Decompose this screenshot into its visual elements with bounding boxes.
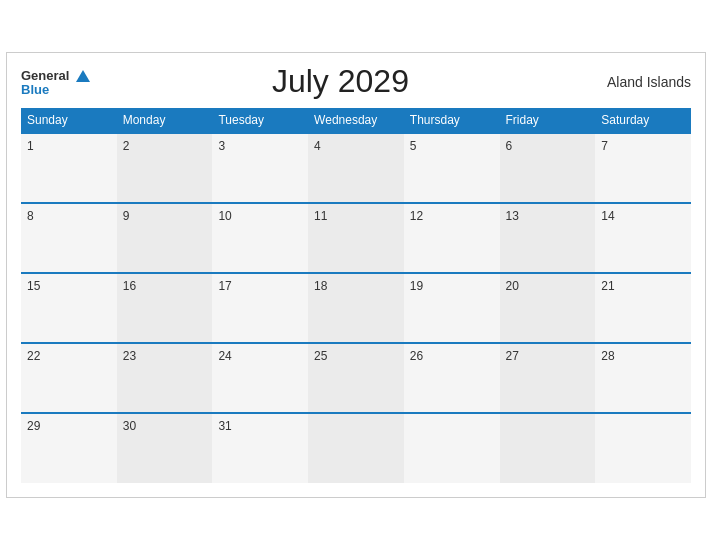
calendar-day[interactable]: 18 [308,273,404,343]
calendar-day[interactable] [500,413,596,483]
day-number: 10 [218,209,231,223]
day-number: 21 [601,279,614,293]
logo-general-text: General [21,68,69,83]
calendar-grid: SundayMondayTuesdayWednesdayThursdayFrid… [21,108,691,483]
day-number: 19 [410,279,423,293]
calendar-day[interactable]: 25 [308,343,404,413]
day-number: 4 [314,139,321,153]
day-number: 29 [27,419,40,433]
calendar-day[interactable]: 11 [308,203,404,273]
calendar-day[interactable] [595,413,691,483]
day-number: 17 [218,279,231,293]
day-number: 28 [601,349,614,363]
calendar-week-1: 1234567 [21,133,691,203]
calendar-day[interactable]: 19 [404,273,500,343]
calendar-header: General Blue July 2029 Aland Islands [21,63,691,100]
weekday-header-wednesday: Wednesday [308,108,404,133]
logo-blue-text: Blue [21,83,90,96]
weekday-header-sunday: Sunday [21,108,117,133]
calendar-day[interactable]: 12 [404,203,500,273]
calendar-day[interactable]: 10 [212,203,308,273]
weekday-header-thursday: Thursday [404,108,500,133]
day-number: 27 [506,349,519,363]
calendar-body: 1234567891011121314151617181920212223242… [21,133,691,483]
day-number: 8 [27,209,34,223]
calendar-day[interactable]: 21 [595,273,691,343]
day-number: 6 [506,139,513,153]
day-number: 15 [27,279,40,293]
calendar-day[interactable]: 8 [21,203,117,273]
calendar-day[interactable]: 23 [117,343,213,413]
day-number: 7 [601,139,608,153]
calendar-week-5: 293031 [21,413,691,483]
day-number: 18 [314,279,327,293]
calendar-day[interactable]: 13 [500,203,596,273]
calendar-day[interactable]: 29 [21,413,117,483]
day-number: 2 [123,139,130,153]
day-number: 25 [314,349,327,363]
calendar-day[interactable]: 30 [117,413,213,483]
day-number: 3 [218,139,225,153]
calendar-day[interactable] [404,413,500,483]
calendar-day[interactable]: 1 [21,133,117,203]
calendar-title: July 2029 [90,63,591,100]
region-label: Aland Islands [591,74,691,90]
day-number: 16 [123,279,136,293]
day-number: 13 [506,209,519,223]
calendar-day[interactable]: 14 [595,203,691,273]
calendar-day[interactable]: 24 [212,343,308,413]
day-number: 1 [27,139,34,153]
day-number: 26 [410,349,423,363]
day-number: 9 [123,209,130,223]
calendar-weekday-header: SundayMondayTuesdayWednesdayThursdayFrid… [21,108,691,133]
day-number: 23 [123,349,136,363]
calendar-week-4: 22232425262728 [21,343,691,413]
day-number: 31 [218,419,231,433]
day-number: 30 [123,419,136,433]
calendar-day[interactable]: 9 [117,203,213,273]
calendar-week-2: 891011121314 [21,203,691,273]
calendar-day[interactable]: 16 [117,273,213,343]
calendar-day[interactable]: 26 [404,343,500,413]
calendar-day[interactable]: 27 [500,343,596,413]
weekday-header-tuesday: Tuesday [212,108,308,133]
calendar-day[interactable]: 4 [308,133,404,203]
weekday-header-friday: Friday [500,108,596,133]
calendar: General Blue July 2029 Aland Islands Sun… [6,52,706,498]
day-number: 22 [27,349,40,363]
day-number: 11 [314,209,327,223]
calendar-day[interactable]: 17 [212,273,308,343]
calendar-day[interactable]: 3 [212,133,308,203]
calendar-day[interactable]: 31 [212,413,308,483]
calendar-day[interactable]: 20 [500,273,596,343]
calendar-day[interactable]: 7 [595,133,691,203]
day-number: 20 [506,279,519,293]
day-number: 14 [601,209,614,223]
calendar-week-3: 15161718192021 [21,273,691,343]
calendar-day[interactable] [308,413,404,483]
weekday-header-saturday: Saturday [595,108,691,133]
logo-general: General [21,67,90,83]
calendar-day[interactable]: 28 [595,343,691,413]
logo-triangle-icon [76,70,90,82]
day-number: 12 [410,209,423,223]
calendar-day[interactable]: 15 [21,273,117,343]
logo: General Blue [21,67,90,96]
calendar-day[interactable]: 22 [21,343,117,413]
calendar-day[interactable]: 2 [117,133,213,203]
weekday-header-monday: Monday [117,108,213,133]
day-number: 24 [218,349,231,363]
day-number: 5 [410,139,417,153]
calendar-day[interactable]: 5 [404,133,500,203]
calendar-day[interactable]: 6 [500,133,596,203]
